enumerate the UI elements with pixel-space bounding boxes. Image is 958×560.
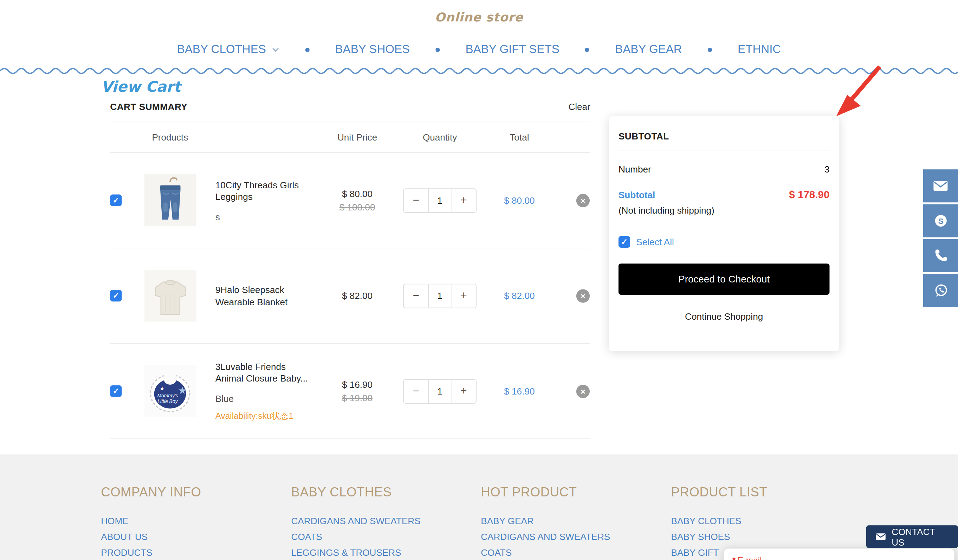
nav-separator-dot [585,47,589,52]
footer-column-title: COMPANY INFO [101,485,291,500]
wavy-divider [0,65,958,75]
product-name[interactable]: 3Luvable Friends Animal Closure Baby... [216,361,312,384]
product-name[interactable]: 10City Threads Girls Leggings [216,179,312,203]
product-image-jeans[interactable] [144,174,196,226]
footer-link[interactable]: CARDIGANS AND SWEATERS [481,529,671,545]
footer-link[interactable]: BABY GEAR [481,513,671,529]
nav-item-label: BABY SHOES [335,43,410,56]
required-mark: * [733,555,736,560]
column-header-quantity: Quantity [394,132,486,142]
svg-text:S: S [938,217,943,226]
nav-item-baby-gift-sets[interactable]: BABY GIFT SETS [439,43,585,56]
column-header-unit-price: Unit Price [320,132,394,142]
select-all-label: Select All [636,237,674,247]
nav-item-label: BABY GEAR [615,43,682,56]
footer-link[interactable]: ABOUT US [101,529,291,545]
whatsapp-button[interactable] [923,274,958,307]
row-checkbox[interactable]: ✓ [110,385,122,397]
email-field-label: *E-mail [733,555,955,560]
remove-item-button[interactable]: × [576,289,590,302]
row-total: $ 16.90 [486,386,553,396]
quantity-decrease-button[interactable]: − [404,284,428,307]
page-title: View Cart [101,78,596,96]
footer-link[interactable]: COATS [481,545,671,560]
footer-link[interactable]: HOME [101,513,291,529]
column-header-total: Total [486,132,553,142]
continue-shopping-link[interactable]: Continue Shopping [619,311,830,322]
clear-cart-button[interactable]: Clear [568,101,590,112]
skype-button[interactable]: S [923,204,958,237]
row-total: $ 80.00 [486,195,553,206]
site-footer: COMPANY INFO HOME ABOUT US PRODUCTS BABY… [0,454,958,560]
phone-button[interactable] [923,239,958,272]
footer-column-hot-product: HOT PRODUCT BABY GEAR CARDIGANS AND SWEA… [481,485,671,560]
footer-column-title: HOT PRODUCT [481,485,671,500]
footer-link[interactable]: CARDIGANS AND SWEATERS [291,513,481,529]
contact-us-label: CONTACT US [891,526,949,547]
nav-item-baby-gear[interactable]: BABY GEAR [589,43,708,56]
product-variant: s [216,211,312,221]
email-button[interactable] [923,169,958,202]
quantity-increase-button[interactable]: + [452,189,476,212]
quantity-stepper: − 1 + [403,188,477,212]
footer-link[interactable]: COATS [291,529,481,545]
unit-price: $ 16.90 [320,379,394,390]
check-icon: ✓ [113,292,119,300]
row-total: $ 82.00 [486,291,553,301]
product-name[interactable]: 9Halo Sleepsack Wearable Blanket [216,284,312,308]
footer-link[interactable]: LEGGINGS & TROUSERS [291,545,481,560]
skype-icon: S [933,213,948,229]
contact-popup-fragment: *E-mail [723,548,954,560]
select-all-control[interactable]: ✓ Select All [619,236,830,248]
number-label: Number [619,164,651,175]
page: Online store BABY CLOTHES BABY SHOES BAB… [0,0,958,560]
quantity-value[interactable]: 1 [428,380,452,403]
footer-column-company-info: COMPANY INFO HOME ABOUT US PRODUCTS [101,485,291,560]
nav-separator-dot [435,47,439,52]
whatsapp-icon [933,282,948,298]
footer-column-title: BABY CLOTHES [291,485,481,500]
remove-item-button[interactable]: × [576,384,590,398]
availability-label: Availability: [216,411,258,421]
product-image-bib[interactable]: ★ ★ Mommy's Little Boy [144,365,196,417]
store-title: Online store [0,10,958,25]
footer-column-title: PRODUCT LIST [671,485,958,500]
cart-row: ✓ 10City Threads Girls Leggings s $ 8 [110,153,590,248]
cart-table: CART SUMMARY Clear Products Unit Price Q… [110,101,590,439]
product-image-sweater[interactable] [144,270,196,322]
subtotal-panel: SUBTOTAL Number 3 Subtotal $ 178.90 (Not… [609,116,839,351]
contact-us-button[interactable]: CONTACT US [866,525,958,548]
original-price: $ 100.00 [320,202,394,212]
main-nav: BABY CLOTHES BABY SHOES BABY GIFT SETS B… [0,43,958,56]
bib-text: Little Boy [157,399,178,404]
number-value: 3 [825,164,830,175]
social-bar: S [923,169,958,307]
cart-summary-title: CART SUMMARY [110,101,187,112]
proceed-to-checkout-button[interactable]: Proceed to Checkout [619,264,830,295]
quantity-decrease-button[interactable]: − [404,380,428,403]
cart-row: ✓ 9Halo Sleepsack Wearable Blanket $ 82.… [110,248,590,344]
select-all-checkbox[interactable]: ✓ [619,236,630,248]
column-header-products: Products [136,132,204,142]
subtotal-value: $ 178.90 [789,189,830,201]
quantity-decrease-button[interactable]: − [404,189,428,212]
quantity-increase-button[interactable]: + [452,380,476,403]
row-checkbox[interactable]: ✓ [110,290,122,301]
star-decoration: ★ [159,385,164,391]
nav-separator-dot [305,47,309,52]
unit-price: $ 80.00 [320,188,394,199]
quantity-increase-button[interactable]: + [452,284,476,307]
quantity-value[interactable]: 1 [428,189,452,212]
check-icon: ✓ [621,238,628,246]
row-checkbox[interactable]: ✓ [110,195,122,206]
quantity-value[interactable]: 1 [428,284,452,307]
nav-item-ethnic[interactable]: ETHNIC [712,43,807,56]
nav-item-label: BABY GIFT SETS [466,43,560,56]
nav-item-baby-clothes[interactable]: BABY CLOTHES [151,43,305,56]
quantity-stepper: − 1 + [403,283,477,308]
remove-item-button[interactable]: × [576,194,590,207]
cart-row: ✓ ★ ★ Mommy's Little Boy 3Luvable Friend… [110,343,590,439]
nav-item-baby-shoes[interactable]: BABY SHOES [309,43,435,56]
footer-link[interactable]: PRODUCTS [101,545,291,560]
availability-value: sku状态1 [258,411,293,421]
